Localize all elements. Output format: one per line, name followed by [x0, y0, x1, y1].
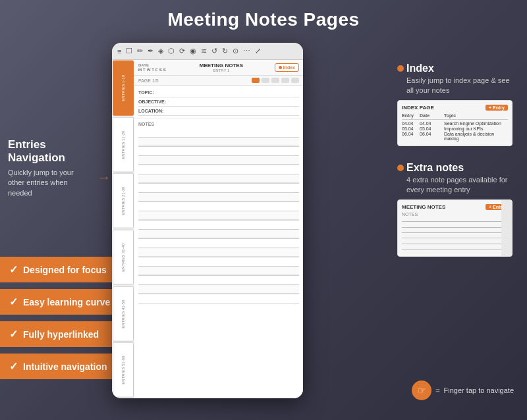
feature-label: Designed for focus: [23, 265, 107, 275]
index-row-3: 06.04 06.04 Data analysis & decision mak…: [402, 132, 508, 141]
notes-line: [402, 244, 508, 244]
ruled-line: [138, 257, 299, 267]
strip-11-20[interactable]: ENTRIES 11-20: [113, 117, 134, 172]
entries-sidebar: ENTRIES 1-10 ENTRIES 11-20 ENTRIES 21-30…: [112, 60, 134, 398]
extra-notes-dot-marker: [397, 165, 404, 171]
date-column: DATE MTWTFSS: [138, 63, 168, 72]
page-dot-1[interactable]: [252, 78, 260, 83]
objective-label: OBJECTIVE:: [138, 99, 175, 104]
ruled-line: [138, 239, 299, 248]
location-field: LOCATION:: [138, 107, 299, 116]
strip-21-30[interactable]: ENTRIES 21-30: [113, 173, 134, 228]
index-dot-marker: [397, 65, 404, 72]
ruled-line: [138, 276, 299, 285]
notes-line: [402, 238, 508, 238]
finger-tap-label: Finger tap to navigate: [444, 386, 514, 394]
page-dot-4[interactable]: [281, 78, 289, 83]
date-days: MTWTFSS: [138, 68, 168, 72]
check-icon: ✓: [9, 263, 18, 276]
toolbar-icon-pen[interactable]: ✏: [136, 46, 144, 56]
index-btn-label: Index: [283, 65, 295, 70]
entries-nav-desc: Quickly jump to your other entries when …: [8, 168, 87, 198]
ruled-line: [138, 202, 299, 211]
meeting-entry: ENTRY 1: [172, 68, 271, 72]
tablet-device: ≡ ☐ ✏ ✒ ◈ ⬡ ⟳ ◉ ≋ ↺ ↻ ⊙ ⋯ ⤢ ENTRIES 1-10…: [112, 43, 303, 398]
check-icon: ✓: [9, 360, 18, 373]
ruled-line: [138, 174, 299, 184]
ruled-line: [138, 211, 299, 221]
ruled-line: [138, 285, 299, 294]
check-icon: ✓: [9, 296, 18, 308]
check-icon: ✓: [9, 328, 18, 340]
feature-label: Easy learning curve: [23, 297, 110, 307]
feature-easy-learning-curve: ✓ Easy learning curve: [0, 289, 125, 315]
finger-tap-annotation: ☞ = Finger tap to navigate: [412, 381, 514, 400]
extra-notes-title: Extra notes: [406, 162, 464, 174]
index-dot: [279, 66, 282, 69]
toolbar-icon-undo[interactable]: ↺: [210, 46, 219, 56]
index-card-header: INDEX PAGE + Entry: [402, 105, 508, 111]
equals-sign: =: [435, 386, 439, 394]
toolbar-icon-target[interactable]: ⊙: [231, 46, 240, 56]
feature-fully-hyperlinked: ✓ Fully hyperlinked: [0, 321, 125, 347]
entries-nav-arrow: →: [97, 170, 111, 185]
toolbar-icon-rotate[interactable]: ⟳: [178, 46, 186, 56]
page-dots: [252, 78, 299, 83]
page-title: Meeting Notes Pages: [0, 9, 527, 30]
toolbar-icon-hex[interactable]: ⬡: [167, 46, 176, 56]
index-annotation-title: Index: [406, 63, 434, 74]
toolbar-icon-circle[interactable]: ◉: [188, 46, 198, 56]
notes-section: NOTES: [134, 119, 303, 398]
topic-field: TOPIC:: [138, 88, 299, 97]
toolbar-icon-expand[interactable]: ⤢: [254, 46, 262, 56]
page-dot-3[interactable]: [271, 78, 279, 83]
notes-card-side-tab: [501, 200, 512, 256]
ruled-line: [138, 184, 299, 193]
ruled-lines: [138, 128, 299, 303]
notes-line: [402, 232, 508, 233]
page-dot-2[interactable]: [262, 78, 269, 83]
index-row-2: 05.04 05.04 Improving our KPIs: [402, 126, 508, 131]
tablet-content: ENTRIES 1-10 ENTRIES 11-20 ENTRIES 21-30…: [112, 60, 303, 398]
notes-line: [402, 227, 508, 228]
entries-nav-annotation: Entries Navigation Quickly jump to your …: [8, 138, 87, 198]
right-annotations: Index Easily jump to index page & see al…: [397, 63, 513, 257]
ruled-line: [138, 267, 299, 276]
ruled-line: [138, 193, 299, 202]
finger-tap-icon: ☞: [412, 381, 431, 400]
strip-41-50[interactable]: ENTRIES 41-50: [113, 286, 134, 342]
extra-notes-annotation: Extra notes 4 extra note pages available…: [397, 162, 513, 257]
index-card-title: INDEX PAGE: [402, 105, 434, 111]
strip-31-40[interactable]: ENTRIES 31-40: [113, 230, 134, 285]
location-label: LOCATION:: [138, 109, 175, 113]
toolbar-icon-lines[interactable]: ≋: [200, 46, 208, 56]
date-label: DATE: [138, 63, 168, 67]
entries-nav-title: Entries Navigation: [8, 138, 87, 165]
feature-designed-for-focus: ✓ Designed for focus: [0, 257, 125, 282]
toolbar-icon-shape[interactable]: ◈: [157, 46, 165, 56]
toolbar-icon-square[interactable]: ☐: [125, 46, 134, 56]
ruled-line: [138, 165, 299, 174]
strip-51-60[interactable]: ENTRIES 51-60: [113, 342, 134, 398]
toolbar-icon-pen2[interactable]: ✒: [146, 46, 155, 56]
index-card-btn[interactable]: + Entry: [485, 105, 508, 111]
strip-1-10[interactable]: ENTRIES 1-10: [113, 61, 134, 116]
feature-label: Intuitive navigation: [23, 361, 107, 372]
objective-field: OBJECTIVE:: [138, 97, 299, 107]
index-button[interactable]: Index: [275, 63, 299, 72]
page-nav-label: PAGE 1/5: [138, 78, 159, 83]
ruled-line: [138, 230, 299, 239]
ruled-line: [138, 138, 299, 147]
index-row-1: 04.04 04.04 Search Engine Optimization: [402, 121, 508, 126]
note-area: DATE MTWTFSS MEETING NOTES ENTRY 1 Index…: [134, 60, 303, 398]
page-dot-5[interactable]: [291, 78, 299, 83]
notes-card-label: NOTES: [402, 212, 508, 217]
page-navigation: PAGE 1/5: [134, 76, 303, 86]
notes-line: [402, 249, 508, 249]
topic-label: TOPIC:: [138, 90, 175, 95]
ruled-line: [138, 294, 299, 303]
toolbar-icon-redo[interactable]: ↻: [221, 46, 229, 56]
toolbar-icon-more[interactable]: ⋯: [242, 46, 252, 56]
toolbar-icon-menu[interactable]: ≡: [116, 47, 123, 56]
index-card-columns: Entry Date Topic: [402, 113, 508, 120]
